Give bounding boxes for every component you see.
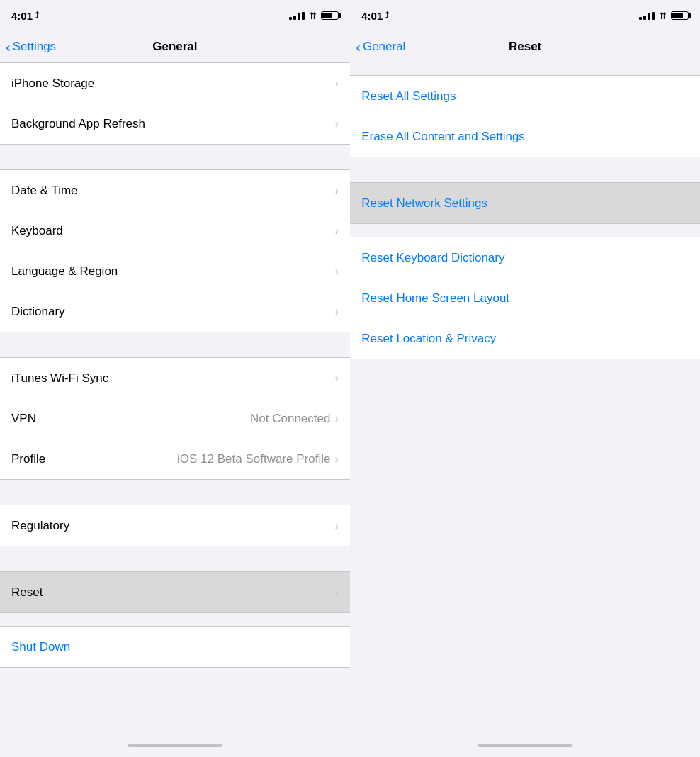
home-indicator-left (0, 733, 350, 757)
chevron-profile: › (334, 453, 338, 466)
chevron-bg-refresh: › (334, 118, 338, 130)
row-reset[interactable]: Reset › (0, 572, 350, 612)
chevron-vpn: › (334, 413, 338, 425)
battery-icon-right (671, 11, 689, 20)
gap-r1 (350, 157, 700, 182)
row-language-region[interactable]: Language & Region › (0, 251, 350, 291)
nav-bar-right: ‹ General Reset (350, 31, 700, 62)
row-vpn[interactable]: VPN Not Connected › (0, 398, 350, 439)
section-reset: Reset › (0, 571, 350, 613)
gap-4 (0, 546, 350, 571)
gap-2 (0, 332, 350, 357)
location-icon-right: ⤴ (385, 11, 389, 21)
chevron-dictionary: › (334, 305, 338, 318)
back-chevron-right: ‹ (356, 40, 361, 54)
back-label-right: General (363, 40, 405, 54)
gap-r2 (350, 224, 700, 237)
row-reset-all-settings[interactable]: Reset All Settings (350, 76, 700, 116)
section-reset-others: Reset Keyboard Dictionary Reset Home Scr… (350, 237, 700, 359)
signal-icon-right (639, 12, 655, 20)
chevron-date: › (334, 184, 338, 197)
row-background-app-refresh[interactable]: Background App Refresh › (0, 103, 350, 144)
nav-bar-left: ‹ Settings General (0, 31, 350, 62)
chevron-itunes: › (334, 372, 338, 385)
gap-3 (0, 480, 350, 505)
section-reset-all: Reset All Settings Erase All Content and… (350, 75, 700, 157)
row-keyboard[interactable]: Keyboard › (0, 211, 350, 251)
right-panel: 4:01 ⤴ ⇈ ‹ General Reset (350, 0, 700, 757)
row-reset-location-privacy[interactable]: Reset Location & Privacy (350, 318, 700, 359)
chevron-language: › (334, 265, 338, 278)
status-icons-left: ⇈ (289, 11, 339, 21)
chevron-storage: › (334, 77, 338, 90)
row-profile[interactable]: Profile iOS 12 Beta Software Profile › (0, 439, 350, 479)
gap-5 (0, 613, 350, 626)
row-reset-home-screen[interactable]: Reset Home Screen Layout (350, 278, 700, 318)
row-dictionary[interactable]: Dictionary › (0, 291, 350, 332)
section-shutdown: Shut Down (0, 626, 350, 668)
row-reset-network[interactable]: Reset Network Settings (350, 183, 700, 223)
row-itunes-wifi-sync[interactable]: iTunes Wi-Fi Sync › (0, 358, 350, 398)
section-date-dictionary: Date & Time › Keyboard › Language & Regi… (0, 169, 350, 332)
row-regulatory[interactable]: Regulatory › (0, 505, 350, 546)
time-left: 4:01 ⤴ (11, 10, 39, 22)
chevron-regulatory: › (334, 520, 338, 532)
section-storage-refresh: iPhone Storage › Background App Refresh … (0, 62, 350, 145)
status-bar-right: 4:01 ⤴ ⇈ (350, 0, 700, 31)
home-bar-right (478, 744, 572, 747)
right-content: Reset All Settings Erase All Content and… (350, 62, 700, 733)
wifi-icon-left: ⇈ (309, 11, 317, 21)
battery-icon-left (321, 11, 339, 20)
row-date-time[interactable]: Date & Time › (0, 170, 350, 211)
status-icons-right: ⇈ (639, 11, 689, 21)
home-indicator-right (350, 733, 700, 757)
nav-title-left: General (152, 40, 197, 54)
location-icon-left: ⤴ (35, 11, 39, 21)
left-panel: 4:01 ⤴ ⇈ ‹ Settings General (0, 0, 350, 757)
section-reset-network: Reset Network Settings (350, 182, 700, 224)
section-regulatory: Regulatory › (0, 505, 350, 546)
chevron-reset: › (334, 586, 338, 599)
gap-1 (0, 145, 350, 169)
back-button-right[interactable]: ‹ General (356, 40, 405, 54)
wifi-icon-right: ⇈ (659, 11, 667, 21)
left-content: iPhone Storage › Background App Refresh … (0, 62, 350, 733)
nav-title-right: Reset (509, 40, 541, 54)
back-button-left[interactable]: ‹ Settings (6, 40, 56, 54)
gap-r0 (350, 62, 700, 75)
status-bar-left: 4:01 ⤴ ⇈ (0, 0, 350, 31)
row-erase-all[interactable]: Erase All Content and Settings (350, 116, 700, 157)
home-bar-left (128, 744, 222, 747)
row-shutdown[interactable]: Shut Down (0, 627, 350, 667)
row-reset-keyboard[interactable]: Reset Keyboard Dictionary (350, 237, 700, 278)
chevron-keyboard: › (334, 225, 338, 237)
back-label-left: Settings (13, 40, 56, 54)
time-right: 4:01 ⤴ (361, 10, 389, 22)
back-chevron-left: ‹ (6, 40, 11, 54)
row-iphone-storage[interactable]: iPhone Storage › (0, 63, 350, 103)
signal-icon-left (289, 12, 305, 20)
section-itunes-vpn: iTunes Wi-Fi Sync › VPN Not Connected › … (0, 357, 350, 480)
